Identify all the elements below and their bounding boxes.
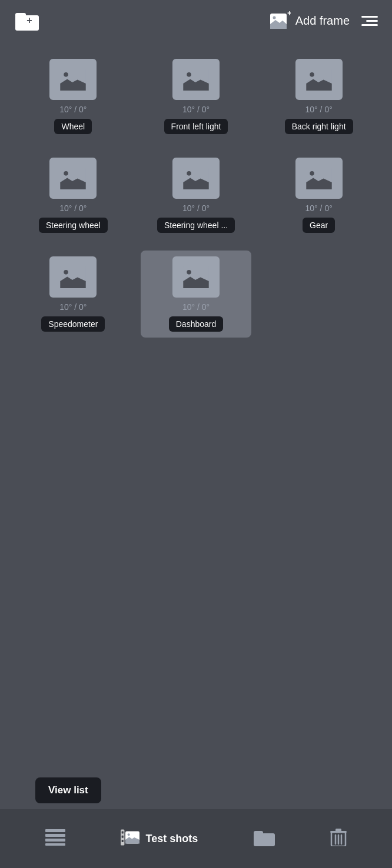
grid-item[interactable]: 10° / 0° Front left light — [141, 53, 252, 140]
grid-item[interactable]: 10° / 0° Speedometer — [18, 251, 129, 338]
add-frame-label: Add frame — [295, 14, 350, 28]
view-list-container: View list — [35, 777, 101, 803]
item-label: Front left light — [164, 119, 228, 134]
photo-grid: 10° / 0° Wheel 10° / 0° Front left light… — [0, 41, 392, 349]
svg-rect-23 — [45, 834, 65, 837]
nav-trash-button[interactable] — [324, 823, 353, 854]
svg-point-17 — [310, 171, 314, 176]
grid-item[interactable]: 10° / 0° Back right light — [263, 53, 374, 140]
nav-shots-button[interactable]: Test shots — [115, 822, 204, 855]
view-list-button[interactable]: View list — [35, 777, 101, 803]
item-angle: 10° / 0° — [182, 302, 210, 312]
photo-thumbnail — [295, 59, 343, 100]
item-angle: 10° / 0° — [182, 203, 210, 213]
grid-container: 10° / 0° Wheel 10° / 0° Front left light… — [18, 53, 374, 338]
svg-rect-25 — [45, 843, 65, 846]
list-icon — [45, 829, 65, 848]
item-angle: 10° / 0° — [59, 302, 87, 312]
header: + + Add frame — [0, 0, 392, 41]
nav-list-button[interactable] — [39, 823, 71, 854]
grid-item[interactable]: 10° / 0° Steering wheel ... — [141, 152, 252, 239]
svg-point-15 — [187, 171, 191, 176]
item-angle: 10° / 0° — [59, 105, 87, 114]
svg-rect-36 — [335, 829, 341, 832]
item-angle: 10° / 0° — [305, 105, 333, 114]
item-label: Steering wheel — [39, 218, 108, 233]
item-label: Speedometer — [41, 316, 105, 332]
folder-icon — [254, 829, 275, 849]
header-right: + Add frame — [270, 11, 378, 30]
nav-folder-button[interactable] — [248, 823, 281, 854]
shots-label: Test shots — [145, 833, 198, 845]
svg-point-31 — [128, 833, 130, 836]
trash-icon — [330, 829, 347, 849]
item-label: Steering wheel ... — [157, 218, 235, 233]
svg-point-13 — [64, 171, 69, 176]
add-frame-button[interactable]: + Add frame — [270, 11, 350, 30]
photo-thumbnail — [172, 59, 220, 100]
item-label: Dashboard — [169, 316, 224, 332]
item-label: Gear — [303, 218, 335, 233]
svg-point-7 — [64, 72, 69, 77]
photo-thumbnail — [172, 158, 220, 199]
svg-rect-27 — [122, 832, 124, 834]
photo-thumbnail — [295, 158, 343, 199]
grid-item[interactable]: 10° / 0° Gear — [263, 152, 374, 239]
svg-rect-28 — [122, 836, 124, 838]
shots-icon — [121, 828, 139, 849]
grid-item[interactable]: 10° / 0° Steering wheel — [18, 152, 129, 239]
item-angle: 10° / 0° — [182, 105, 210, 114]
svg-point-19 — [64, 270, 69, 275]
grid-item[interactable]: 10° / 0° Dashboard — [141, 251, 252, 338]
svg-point-11 — [310, 72, 314, 77]
svg-point-4 — [273, 16, 275, 19]
item-angle: 10° / 0° — [59, 203, 87, 213]
photo-thumbnail — [172, 256, 220, 298]
menu-button[interactable] — [361, 16, 378, 26]
svg-text:+: + — [26, 15, 32, 25]
item-label: Wheel — [54, 119, 92, 134]
photo-thumbnail — [49, 158, 97, 199]
svg-rect-24 — [45, 839, 65, 842]
svg-rect-33 — [254, 831, 263, 836]
bottom-nav: Test shots — [0, 809, 392, 868]
item-label: Back right light — [285, 119, 353, 134]
grid-item[interactable]: 10° / 0° Wheel — [18, 53, 129, 140]
item-angle: 10° / 0° — [305, 203, 333, 213]
add-folder-button[interactable]: + — [14, 8, 40, 34]
svg-rect-22 — [45, 829, 65, 832]
photo-thumbnail — [49, 256, 97, 298]
photo-thumbnail — [49, 59, 97, 100]
svg-point-21 — [187, 270, 191, 275]
svg-rect-1 — [15, 13, 26, 18]
svg-point-9 — [187, 72, 191, 77]
svg-text:+: + — [287, 11, 291, 18]
svg-rect-29 — [122, 840, 124, 842]
